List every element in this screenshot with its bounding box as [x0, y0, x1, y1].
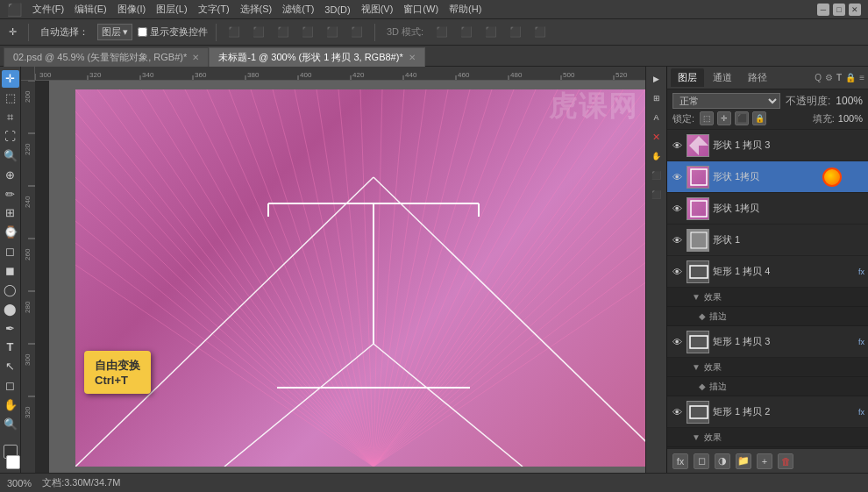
panel-search-icon: Q: [815, 73, 822, 82]
panel-btn-mask[interactable]: ◻: [694, 453, 709, 469]
menu-file[interactable]: 文件(F): [32, 3, 64, 16]
layer-visibility-shape1copy2[interactable]: 👁: [671, 203, 683, 215]
menu-edit[interactable]: 编辑(E): [75, 3, 107, 16]
3d-btn-5[interactable]: ⬛: [530, 25, 550, 39]
lock-all-btn[interactable]: 🔒: [752, 111, 766, 125]
tool-shape[interactable]: ◻: [2, 377, 19, 395]
panel-btn-fx[interactable]: fx: [672, 453, 688, 469]
layer-item-shape1copy2[interactable]: 👁 形状 1拷贝: [667, 193, 868, 225]
panel-btn-delete[interactable]: 🗑: [778, 453, 793, 469]
layer-visibility-shape1copy[interactable]: 👁: [671, 171, 683, 183]
align-bottom-btn[interactable]: ⬛: [347, 25, 366, 39]
tool-gradient[interactable]: ◼: [2, 262, 19, 280]
align-middle-btn[interactable]: ⬛: [323, 25, 342, 39]
panel-btn-group[interactable]: 📁: [736, 453, 751, 469]
tab-channels[interactable]: 通道: [706, 68, 739, 87]
blend-mode-select[interactable]: 正常: [672, 93, 780, 109]
minimize-button[interactable]: ─: [817, 4, 829, 16]
menu-window[interactable]: 窗口(W): [403, 3, 438, 16]
3d-btn-4[interactable]: ⬛: [506, 25, 525, 39]
panel-btn-adjust[interactable]: ◑: [715, 453, 730, 469]
layer-item-shape1copy3[interactable]: 👁 形状 1 拷贝 3: [667, 130, 868, 161]
align-right-btn[interactable]: ⬛: [274, 25, 293, 39]
tool-path-select[interactable]: ↖: [2, 358, 19, 375]
3d-btn-1[interactable]: ⬛: [432, 25, 452, 39]
layer-visibility-rect1copy4[interactable]: 👁: [671, 266, 683, 278]
sub-effect3-label: 效果: [704, 431, 722, 444]
3d-btn-3[interactable]: ⬛: [481, 25, 501, 39]
right-tool-6[interactable]: ⬛: [648, 186, 665, 203]
tab-paths[interactable]: 路径: [741, 68, 774, 87]
tool-brush[interactable]: ✏: [2, 185, 19, 203]
tool-select[interactable]: ⬚: [2, 89, 19, 107]
tab-close-untitled[interactable]: ✕: [409, 53, 416, 62]
transform-checkbox-input[interactable]: [138, 27, 147, 37]
lock-pixels-btn[interactable]: ⬚: [700, 111, 714, 125]
menu-layer[interactable]: 图层(L): [156, 3, 187, 16]
tool-lasso[interactable]: ⌗: [2, 109, 19, 126]
tool-heal[interactable]: ⊕: [2, 166, 19, 183]
right-tool-1[interactable]: ▶: [648, 70, 665, 88]
fill-value[interactable]: 100%: [838, 113, 863, 124]
tool-clone[interactable]: ⊞: [2, 204, 19, 222]
menu-text[interactable]: 文字(T): [198, 3, 230, 16]
auto-select-dropdown[interactable]: 图层 ▾: [97, 24, 132, 40]
layer-visibility-shape1copy3[interactable]: 👁: [671, 139, 683, 152]
panel-settings-icon[interactable]: ⚙: [825, 73, 833, 82]
radiating-lines-svg: [75, 89, 645, 467]
tool-crop[interactable]: ⛶: [2, 128, 19, 146]
tool-text[interactable]: T: [2, 339, 19, 356]
layer-item-rect1copy4[interactable]: 👁 矩形 1 拷贝 4 fx: [667, 256, 868, 288]
show-transform-checkbox[interactable]: 显示变换控件: [138, 25, 208, 39]
svg-line-50: [374, 89, 514, 467]
menu-view[interactable]: 视图(V): [361, 3, 394, 16]
align-center-btn[interactable]: ⬛: [249, 25, 268, 39]
tab-untitled[interactable]: 未标题-1 @ 300% (形状 1 拷贝 3, RGB8#)* ✕: [209, 47, 424, 67]
background-color[interactable]: [6, 455, 20, 469]
svg-line-58: [374, 265, 645, 467]
menu-filter[interactable]: 滤镜(T): [282, 3, 314, 16]
layer-item-shape1[interactable]: 👁 形状 1: [667, 225, 868, 256]
tool-blur[interactable]: ◯: [2, 281, 19, 298]
close-button[interactable]: ✕: [849, 4, 861, 16]
tab-layers[interactable]: 图层: [671, 68, 704, 87]
opacity-value[interactable]: 100%: [836, 95, 863, 107]
menu-select[interactable]: 选择(S): [240, 3, 273, 16]
menu-image[interactable]: 图像(I): [117, 3, 146, 16]
layer-visibility-shape1[interactable]: 👁: [671, 234, 683, 246]
layers-list[interactable]: 👁 形状 1 拷贝 3 👁 形状 1拷贝 👁: [667, 130, 868, 448]
layer-item-rect1copy3[interactable]: 👁 矩形 1 拷贝 3 fx: [667, 326, 868, 358]
3d-btn-2[interactable]: ⬛: [457, 25, 476, 39]
menu-help[interactable]: 帮助(H): [449, 3, 481, 16]
menu-3d[interactable]: 3D(D): [324, 4, 350, 15]
tool-pen[interactable]: ✒: [2, 319, 19, 337]
tool-hand[interactable]: ✋: [2, 396, 19, 414]
tool-dodge[interactable]: ⬤: [2, 300, 19, 317]
tool-history[interactable]: ⌚: [2, 224, 19, 241]
tab-02psd[interactable]: 02.psd @ 45.9% (矢量智能对象, RGB#)* ✕: [4, 47, 209, 67]
layer-item-rect1copy2[interactable]: 👁 矩形 1 拷贝 2 fx: [667, 396, 868, 428]
right-tool-2[interactable]: ⊞: [648, 89, 665, 107]
lock-artboard-btn[interactable]: ⬛: [735, 111, 749, 125]
align-left-btn[interactable]: ⬛: [224, 25, 244, 39]
move-tool[interactable]: ✛: [5, 25, 20, 39]
sub-effect-label: 效果: [704, 291, 722, 303]
panel-more-icon[interactable]: ≡: [859, 73, 864, 82]
tool-move[interactable]: ✛: [2, 70, 19, 88]
layer-visibility-rect1copy3[interactable]: 👁: [671, 336, 683, 348]
tab-close-02psd[interactable]: ✕: [192, 53, 199, 62]
lock-position-btn[interactable]: ✛: [717, 111, 731, 125]
tool-zoom[interactable]: 🔍: [2, 415, 19, 432]
align-top-btn[interactable]: ⬛: [298, 25, 317, 39]
right-tool-3[interactable]: A: [648, 109, 665, 126]
layer-visibility-rect1copy2[interactable]: 👁: [671, 406, 683, 418]
right-tool-5[interactable]: ⬛: [648, 167, 665, 184]
right-tool-x[interactable]: ✕: [648, 128, 665, 146]
maximize-button[interactable]: □: [833, 4, 845, 16]
canvas-viewport[interactable]: 自由变换 Ctrl+T 虎课网: [49, 81, 645, 473]
panel-btn-new[interactable]: +: [757, 453, 772, 469]
tool-eraser[interactable]: ◻: [2, 243, 19, 260]
right-tool-4[interactable]: ✋: [648, 147, 665, 165]
layer-item-shape1copy-selected[interactable]: 👁 形状 1拷贝: [667, 161, 868, 193]
tool-eyedropper[interactable]: 🔍: [2, 146, 19, 164]
